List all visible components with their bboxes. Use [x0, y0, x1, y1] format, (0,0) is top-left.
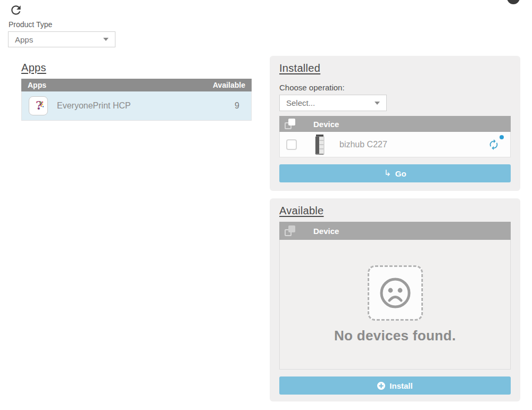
device-column-header: Device: [313, 120, 339, 129]
installed-device-table-header: Device: [279, 116, 511, 132]
chevron-down-icon: [375, 102, 380, 105]
apps-column-header: Apps: [28, 81, 46, 89]
go-button-label: Go: [395, 169, 406, 178]
install-button-label: Install: [389, 381, 412, 390]
available-column-header: Available: [213, 81, 245, 89]
refresh-icon: [9, 11, 23, 19]
empty-state: No devices found.: [279, 240, 511, 370]
available-panel: Available Device No devices found.: [270, 198, 520, 401]
apps-section-title: Apps: [21, 62, 46, 74]
product-type-label: Product Type: [9, 20, 52, 29]
svg-text:?: ?: [36, 98, 43, 112]
apps-table-header: Apps Available: [21, 79, 252, 91]
app-available-count: 9: [235, 101, 239, 111]
installed-device-table: Device bizhub C227: [279, 116, 511, 157]
apps-table: Apps Available ?: [21, 79, 252, 121]
return-arrow-icon: ↳: [384, 169, 390, 178]
printer-device-icon: [314, 134, 325, 155]
available-device-table-header: Device: [279, 222, 511, 240]
refresh-button[interactable]: [9, 3, 23, 18]
sync-status-button[interactable]: [488, 139, 500, 150]
go-button[interactable]: ↳ Go: [279, 164, 511, 182]
product-type-value: Apps: [15, 35, 103, 44]
installed-section-title: Installed: [279, 62, 511, 74]
chevron-down-icon: [103, 38, 109, 41]
app-row-everyoneprint[interactable]: ? EveryonePrint HCP 9: [21, 91, 252, 121]
notification-dot: [500, 135, 504, 139]
device-column-header: Device: [313, 227, 339, 236]
app-name: EveryonePrint HCP: [57, 101, 131, 111]
select-all-icon: [285, 225, 295, 236]
available-device-table: Device No devices found.: [279, 222, 511, 370]
operation-select-value: Select...: [286, 98, 375, 107]
operation-select[interactable]: Select...: [279, 95, 387, 111]
installed-panel: Installed Choose operation: Select... De…: [270, 56, 520, 191]
sync-icon: [488, 143, 500, 152]
choose-operation-label: Choose operation:: [279, 83, 511, 92]
device-row-bizhub-c227[interactable]: bizhub C227: [279, 132, 511, 157]
avatar[interactable]: [507, 0, 520, 4]
sad-face-icon: [368, 265, 423, 321]
empty-message: No devices found.: [334, 328, 456, 344]
install-button[interactable]: Install: [279, 376, 511, 395]
plus-circle-icon: [377, 382, 385, 390]
product-type-select[interactable]: Apps: [8, 31, 115, 47]
device-checkbox[interactable]: [286, 139, 297, 150]
available-section-title: Available: [279, 205, 511, 217]
device-name: bizhub C227: [339, 140, 387, 149]
select-all-icon[interactable]: [285, 119, 295, 129]
everyoneprint-logo-icon: ?: [29, 96, 48, 115]
page: Product Type Apps Apps Apps Available: [0, 0, 532, 410]
